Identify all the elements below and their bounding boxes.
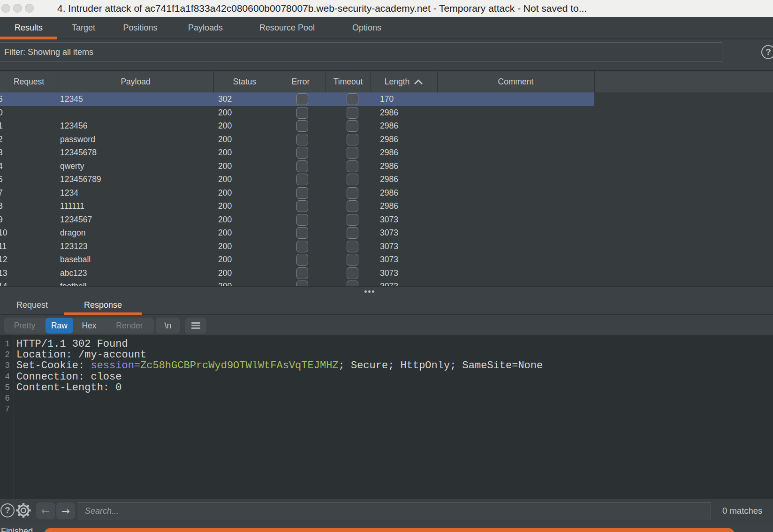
tab-positions[interactable]: Positions [110, 17, 171, 38]
table-row[interactable]: 3123456782002986 [0, 146, 773, 160]
error-checkbox[interactable] [296, 281, 308, 286]
error-checkbox[interactable] [296, 134, 308, 145]
timeout-checkbox[interactable] [347, 120, 358, 132]
error-checkbox[interactable] [296, 254, 308, 266]
view-mode-label: Render [116, 321, 143, 331]
timeout-checkbox[interactable] [347, 160, 358, 172]
tab-payloads[interactable]: Payloads [171, 17, 240, 38]
table-row[interactable]: 11234562002986 [0, 119, 773, 133]
view-mode-hex[interactable]: Hex [73, 318, 105, 334]
table-row[interactable]: 712342002986 [0, 186, 773, 200]
column-header-status[interactable]: Status [213, 71, 276, 92]
close-window-icon[interactable] [1, 4, 10, 13]
table-row[interactable]: 51234567892002986 [0, 173, 773, 186]
splitter-handle-icon[interactable] [364, 290, 374, 293]
tab-label: Request [16, 300, 48, 310]
filter-bar[interactable]: Filter: Showing all items [0, 42, 722, 62]
tab-request[interactable]: Request [0, 296, 64, 314]
timeout-checkbox[interactable] [347, 241, 358, 252]
minimize-window-icon[interactable] [13, 4, 22, 13]
gear-icon[interactable] [15, 502, 31, 518]
column-divider [58, 71, 58, 92]
tab-response[interactable]: Response [64, 296, 142, 314]
error-checkbox[interactable] [296, 187, 308, 199]
search-input[interactable] [78, 502, 711, 519]
table-row[interactable]: 81111112002986 [0, 199, 773, 213]
view-mode-render[interactable]: Render [105, 318, 154, 334]
status-cell: 302 [218, 92, 232, 106]
status-cell: 200 [218, 240, 232, 253]
timeout-checkbox[interactable] [347, 93, 358, 105]
help-icon[interactable]: ? [0, 503, 15, 517]
timeout-checkbox[interactable] [347, 107, 358, 119]
error-checkbox[interactable] [296, 120, 308, 132]
payload-cell: baseball [60, 253, 91, 266]
zoom-window-icon[interactable] [25, 4, 34, 13]
length-cell: 2986 [380, 106, 398, 120]
tab-target[interactable]: Target [57, 17, 110, 38]
column-header-label: Length [385, 77, 410, 87]
table-row[interactable]: 12baseball2003073 [0, 253, 773, 266]
error-checkbox[interactable] [296, 107, 308, 119]
table-row[interactable]: 13abc1232003073 [0, 266, 773, 280]
payload-cell: abc123 [60, 266, 87, 280]
next-match-button[interactable]: → [56, 502, 75, 519]
response-editor[interactable]: 1HTTP/1.1 302 Found2Location: /my-accoun… [0, 335, 773, 498]
tab-options[interactable]: Options [334, 17, 400, 38]
timeout-checkbox[interactable] [347, 200, 358, 212]
error-checkbox[interactable] [296, 227, 308, 239]
timeout-checkbox[interactable] [347, 281, 358, 286]
timeout-checkbox[interactable] [347, 267, 358, 279]
column-header-request[interactable]: Request [0, 71, 58, 92]
timeout-checkbox[interactable] [347, 214, 358, 226]
table-row[interactable]: 612345302170 [0, 92, 773, 106]
table-row[interactable]: 10dragon2003073 [0, 226, 773, 240]
tab-resource-pool[interactable]: Resource Pool [240, 17, 334, 38]
editor-menu-button[interactable] [185, 318, 206, 334]
progress-bar [45, 528, 734, 532]
tab-label: Response [84, 300, 122, 310]
column-header-label: Payload [121, 77, 150, 87]
timeout-checkbox[interactable] [347, 187, 358, 199]
request-cell: 9 [0, 213, 3, 227]
error-checkbox[interactable] [296, 174, 308, 185]
view-mode-raw[interactable]: Raw [45, 318, 73, 334]
previous-match-button[interactable]: ← [36, 502, 55, 519]
column-header-timeout[interactable]: Timeout [326, 71, 371, 92]
line-content: Set-Cookie: session=Zc58hGCBPrcWyd9OTWlW… [16, 360, 543, 371]
error-checkbox[interactable] [296, 214, 308, 226]
table-row[interactable]: 912345672003073 [0, 213, 773, 227]
timeout-checkbox[interactable] [347, 147, 358, 159]
timeout-checkbox[interactable] [347, 254, 358, 266]
show-newlines-button[interactable]: \n [156, 318, 180, 334]
error-checkbox[interactable] [296, 93, 308, 105]
column-header-comment[interactable]: Comment [437, 71, 594, 92]
payload-cell: 123123 [60, 240, 87, 253]
column-header-length[interactable]: Length [371, 71, 437, 92]
request-cell: 11 [0, 240, 7, 253]
view-mode-pretty[interactable]: Pretty [4, 318, 45, 334]
table-row[interactable]: 4qwerty2002986 [0, 160, 773, 173]
panel-splitter[interactable] [0, 287, 773, 296]
payload-cell: qwerty [60, 160, 84, 173]
error-checkbox[interactable] [296, 241, 308, 252]
timeout-checkbox[interactable] [347, 134, 358, 145]
timeout-checkbox[interactable] [347, 227, 358, 239]
error-checkbox[interactable] [296, 267, 308, 279]
table-row[interactable]: 2password2002986 [0, 133, 773, 146]
column-header-error[interactable]: Error [276, 71, 326, 92]
help-icon[interactable]: ? [761, 45, 773, 59]
error-checkbox[interactable] [296, 200, 308, 212]
table-row[interactable]: 14football2003073 [0, 280, 773, 286]
error-checkbox[interactable] [296, 147, 308, 159]
payload-cell: dragon [60, 226, 86, 240]
column-header-payload[interactable]: Payload [58, 71, 213, 92]
error-checkbox[interactable] [296, 160, 308, 172]
payload-cell: 123456 [60, 119, 87, 133]
tab-results[interactable]: Results [0, 17, 57, 38]
table-row[interactable]: 02002986 [0, 106, 773, 120]
request-cell: 3 [0, 146, 3, 160]
request-cell: 0 [0, 106, 3, 120]
timeout-checkbox[interactable] [347, 174, 358, 185]
table-row[interactable]: 111231232003073 [0, 240, 773, 253]
